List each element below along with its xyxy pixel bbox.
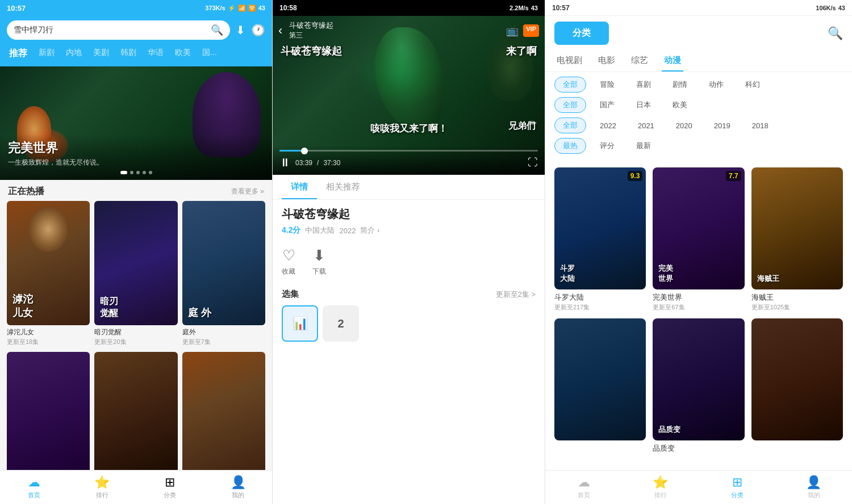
favorite-btn[interactable]: ♡ 收藏 bbox=[282, 247, 295, 276]
time-home: 10:57 bbox=[7, 4, 26, 12]
cat-search-icon[interactable]: 🔍 bbox=[828, 26, 843, 41]
tab-tv[interactable]: 电视剧 bbox=[554, 51, 584, 72]
filter-row-genre: 全部 冒险 喜剧 剧情 动作 科幻 bbox=[554, 77, 843, 93]
show-card-3[interactable]: 庭 外 庭外 更新至7集 bbox=[182, 201, 265, 346]
home-nav-category-icon: ⊞ bbox=[165, 475, 175, 490]
see-more-btn[interactable]: 查看更多 » bbox=[231, 187, 264, 196]
show-update-1: 更新至18集 bbox=[7, 338, 90, 346]
tab-mainland[interactable]: 内地 bbox=[60, 45, 87, 62]
cast-icon[interactable]: 📺 bbox=[506, 24, 519, 37]
filter-year-2018[interactable]: 2018 bbox=[744, 119, 776, 132]
network-speed-video: 2.2M/s bbox=[509, 5, 529, 11]
anime-card-4[interactable] bbox=[554, 318, 646, 454]
home-nav-rank-icon: ⭐ bbox=[94, 475, 110, 490]
filter-region-all[interactable]: 全部 bbox=[554, 97, 586, 113]
dot-5[interactable] bbox=[149, 171, 152, 174]
anime-card-6[interactable] bbox=[751, 318, 843, 454]
tab-movie[interactable]: 电影 bbox=[596, 51, 617, 72]
anime-update-1: 更新至217集 bbox=[554, 303, 646, 312]
cat-nav-me[interactable]: 👤 我的 bbox=[775, 471, 852, 504]
cat-nav-home[interactable]: ☁ 首页 bbox=[545, 471, 622, 504]
filter-sort-rating[interactable]: 评分 bbox=[592, 138, 623, 153]
tab-related[interactable]: 相关推荐 bbox=[317, 175, 369, 199]
tab-variety[interactable]: 综艺 bbox=[629, 51, 650, 72]
tab-chinese[interactable]: 华语 bbox=[142, 45, 169, 62]
anime-card-3[interactable]: 海贼王 海贼王 更新至1025集 bbox=[751, 167, 843, 312]
filter-sort-newest[interactable]: 最新 bbox=[628, 138, 659, 153]
filter-genre-drama[interactable]: 剧情 bbox=[665, 77, 695, 92]
progress-bar[interactable] bbox=[279, 150, 538, 152]
episode-btn-1[interactable]: 📊 bbox=[282, 305, 318, 342]
show-card-2[interactable]: 暗刃觉醒 暗刃觉醒 更新至20集 bbox=[94, 201, 177, 346]
cat-nav-rank[interactable]: ⭐ 排行 bbox=[622, 471, 699, 504]
episode-number: 第三 bbox=[289, 31, 502, 40]
home-nav-me[interactable]: 👤 我的 bbox=[204, 471, 272, 504]
search-bar-area: 🔍 ⬇ 🕐 bbox=[0, 16, 272, 45]
back-button[interactable]: ‹ bbox=[278, 23, 282, 38]
video-player[interactable]: ‹ 斗破苍穹缘起 第三 📺 VIP 斗破苍穹缘起 来了啊 咳咳我又来了啊！ 兄弟… bbox=[273, 16, 545, 175]
hot-section-header: 正在热播 查看更多 » bbox=[0, 180, 272, 201]
tab-anime[interactable]: 动漫 bbox=[662, 51, 683, 72]
search-input[interactable] bbox=[14, 26, 207, 35]
filter-sort-hot[interactable]: 最热 bbox=[554, 138, 586, 154]
filter-region-cn[interactable]: 国产 bbox=[592, 98, 623, 112]
episode-label: 斗破苍穹缘起 bbox=[289, 20, 502, 31]
signal-icon: 📶 bbox=[238, 5, 246, 12]
show-thumb-3: 庭 外 bbox=[182, 201, 265, 325]
dot-3[interactable] bbox=[136, 171, 140, 174]
episode-btn-2[interactable]: 2 bbox=[323, 305, 359, 342]
show-more-link[interactable]: 简介 › bbox=[360, 225, 379, 236]
show-card-6[interactable] bbox=[182, 352, 265, 470]
tab-more[interactable]: 国... bbox=[197, 45, 223, 62]
tab-europe[interactable]: 欧美 bbox=[169, 45, 197, 62]
tab-new[interactable]: 新剧 bbox=[33, 45, 60, 62]
episode-more-btn[interactable]: 更新至2集 > bbox=[496, 289, 536, 300]
home-nav-category[interactable]: ⊞ 分类 bbox=[136, 471, 204, 504]
dot-4[interactable] bbox=[143, 171, 146, 174]
search-icon[interactable]: 🔍 bbox=[211, 24, 223, 36]
controls-left: ⏸ 03:39 / 37:30 bbox=[279, 156, 340, 169]
home-nav-rank-label: 排行 bbox=[96, 491, 108, 499]
filter-region-jp[interactable]: 日本 bbox=[628, 98, 659, 112]
anime-thumb-6 bbox=[751, 318, 843, 440]
show-card-1[interactable]: 滹沱儿女 滹沱儿女 更新至18集 bbox=[7, 201, 90, 346]
filter-genre-action[interactable]: 动作 bbox=[701, 77, 732, 92]
cat-nav-category[interactable]: ⊞ 分类 bbox=[699, 471, 775, 504]
download-icon[interactable]: ⬇ bbox=[236, 23, 245, 37]
show-card-5[interactable] bbox=[94, 352, 177, 470]
fullscreen-btn[interactable]: ⛶ bbox=[528, 157, 538, 169]
filter-region-us[interactable]: 欧美 bbox=[665, 98, 695, 112]
tab-korea[interactable]: 韩剧 bbox=[115, 45, 142, 62]
hero-title: 完美世界 bbox=[8, 140, 264, 157]
tab-recommend[interactable]: 推荐 bbox=[3, 45, 33, 62]
filter-section: 全部 冒险 喜剧 剧情 动作 科幻 全部 国产 日本 欧美 全部 2022 20… bbox=[545, 72, 852, 163]
show-card-4[interactable] bbox=[7, 352, 90, 470]
search-input-wrap[interactable]: 🔍 bbox=[7, 20, 230, 40]
filter-year-2022[interactable]: 2022 bbox=[592, 119, 624, 132]
tab-detail[interactable]: 详情 bbox=[282, 175, 317, 199]
category-title-btn[interactable]: 分类 bbox=[554, 22, 609, 45]
filter-genre-all[interactable]: 全部 bbox=[554, 77, 586, 93]
filter-genre-scifi[interactable]: 科幻 bbox=[737, 77, 768, 92]
home-nav-rank[interactable]: ⭐ 排行 bbox=[68, 471, 136, 504]
anime-card-1[interactable]: 9.3 斗罗大陆 斗罗大陆 更新至217集 bbox=[554, 167, 646, 312]
dot-1[interactable] bbox=[120, 171, 127, 174]
edit-icon[interactable]: ✏ bbox=[528, 117, 537, 129]
play-pause-btn[interactable]: ⏸ bbox=[279, 156, 291, 169]
filter-year-2021[interactable]: 2021 bbox=[630, 119, 662, 132]
filter-year-2019[interactable]: 2019 bbox=[706, 119, 738, 132]
history-icon[interactable]: 🕐 bbox=[251, 23, 265, 37]
filter-genre-adventure[interactable]: 冒险 bbox=[592, 77, 623, 92]
tab-us[interactable]: 美剧 bbox=[87, 45, 115, 62]
filter-year-all[interactable]: 全部 bbox=[554, 117, 586, 133]
filter-genre-comedy[interactable]: 喜剧 bbox=[628, 77, 659, 92]
filter-year-2020[interactable]: 2020 bbox=[668, 119, 700, 132]
anime-card-2[interactable]: 7.7 完美世界 完美世界 更新至67集 bbox=[653, 167, 744, 312]
cat-category-label: 分类 bbox=[731, 491, 744, 499]
download-action-btn[interactable]: ⬇ 下载 bbox=[312, 247, 326, 276]
anime-card-5[interactable]: 品质变 品质变 bbox=[653, 318, 744, 454]
hero-banner[interactable]: 完美世界 一生极致辉煌，造就无尽传说。 bbox=[0, 66, 272, 180]
dot-2[interactable] bbox=[130, 171, 133, 174]
anime-score-2: 7.7 bbox=[726, 171, 741, 181]
home-nav-home[interactable]: ☁ 首页 bbox=[0, 471, 68, 504]
